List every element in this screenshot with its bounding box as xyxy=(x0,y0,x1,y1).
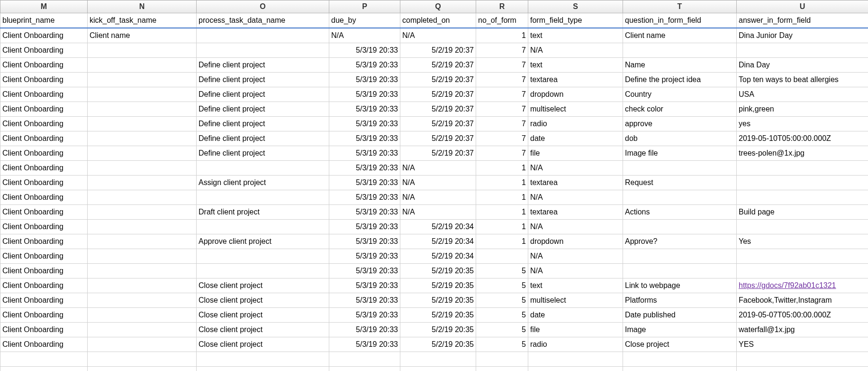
cell-P[interactable]: 5/3/19 20:33 xyxy=(329,73,400,87)
field-header-cell[interactable]: no_of_form xyxy=(476,13,528,28)
cell-T[interactable]: Client name xyxy=(623,28,737,43)
cell-N[interactable] xyxy=(88,131,197,146)
cell-O[interactable]: Define client project xyxy=(197,73,329,87)
table-row[interactable]: Client Onboarding5/3/19 20:335/2/19 20:3… xyxy=(0,264,868,278)
cell-T[interactable]: check color xyxy=(623,102,737,117)
cell-S[interactable]: textarea xyxy=(528,176,623,190)
column-header-T[interactable]: T xyxy=(623,0,737,13)
cell-T[interactable]: Country xyxy=(623,87,737,102)
cell-S[interactable]: dropdown xyxy=(528,234,623,249)
cell-S[interactable]: dropdown xyxy=(528,87,623,102)
cell-P[interactable]: 5/3/19 20:33 xyxy=(329,249,400,264)
cell-M[interactable] xyxy=(0,367,88,371)
cell-R[interactable]: 7 xyxy=(476,43,528,58)
cell-U[interactable]: 2019-05-07T05:00:00.000Z xyxy=(737,308,868,323)
cell-N[interactable] xyxy=(88,234,197,249)
cell-U[interactable] xyxy=(737,352,868,367)
cell-N[interactable] xyxy=(88,43,197,58)
cell-O[interactable]: Assign client project xyxy=(197,176,329,190)
cell-M[interactable]: Client Onboarding xyxy=(0,323,88,337)
cell-S[interactable]: file xyxy=(528,323,623,337)
cell-M[interactable]: Client Onboarding xyxy=(0,161,88,176)
cell-N[interactable] xyxy=(88,58,197,73)
cell-S[interactable]: date xyxy=(528,308,623,323)
cell-U[interactable] xyxy=(737,367,868,371)
cell-S[interactable]: textarea xyxy=(528,73,623,87)
cell-T[interactable]: Image file xyxy=(623,146,737,161)
cell-O[interactable] xyxy=(197,352,329,367)
cell-O[interactable]: Draft client project xyxy=(197,205,329,220)
cell-S[interactable]: radio xyxy=(528,117,623,131)
cell-P[interactable] xyxy=(329,367,400,371)
cell-O[interactable]: Close client project xyxy=(197,323,329,337)
cell-O[interactable] xyxy=(197,161,329,176)
cell-M[interactable]: Client Onboarding xyxy=(0,220,88,234)
cell-P[interactable]: 5/3/19 20:33 xyxy=(329,58,400,73)
cell-U[interactable]: Dina Junior Day xyxy=(737,28,868,43)
cell-Q[interactable] xyxy=(400,352,476,367)
table-row[interactable]: Client OnboardingApprove client project5… xyxy=(0,234,868,249)
cell-N[interactable] xyxy=(88,337,197,352)
cell-S[interactable]: N/A xyxy=(528,264,623,278)
cell-O[interactable]: Close client project xyxy=(197,293,329,308)
cell-P[interactable]: 5/3/19 20:33 xyxy=(329,278,400,293)
cell-R[interactable]: 1 xyxy=(476,234,528,249)
cell-Q[interactable]: 5/2/19 20:35 xyxy=(400,308,476,323)
cell-O[interactable]: Close client project xyxy=(197,278,329,293)
cell-T[interactable] xyxy=(623,352,737,367)
cell-P[interactable]: 5/3/19 20:33 xyxy=(329,323,400,337)
cell-T[interactable]: Define the project idea xyxy=(623,73,737,87)
table-row[interactable]: Client Onboarding5/3/19 20:335/2/19 20:3… xyxy=(0,43,868,58)
cell-R[interactable]: 7 xyxy=(476,146,528,161)
cell-R[interactable] xyxy=(476,367,528,371)
cell-R[interactable] xyxy=(476,249,528,264)
table-row[interactable]: Client OnboardingClose client project5/3… xyxy=(0,337,868,352)
cell-N[interactable] xyxy=(88,367,197,371)
cell-T[interactable]: Link to webpage xyxy=(623,278,737,293)
cell-N[interactable] xyxy=(88,220,197,234)
cell-T[interactable]: dob xyxy=(623,131,737,146)
cell-O[interactable] xyxy=(197,264,329,278)
table-row[interactable]: Client OnboardingAssign client project5/… xyxy=(0,176,868,190)
cell-R[interactable] xyxy=(476,352,528,367)
cell-P[interactable]: 5/3/19 20:33 xyxy=(329,220,400,234)
cell-T[interactable] xyxy=(623,367,737,371)
cell-N[interactable] xyxy=(88,102,197,117)
cell-U[interactable] xyxy=(737,220,868,234)
table-row[interactable] xyxy=(0,367,868,371)
table-row[interactable]: Client OnboardingClose client project5/3… xyxy=(0,323,868,337)
spreadsheet-table[interactable]: MNOPQRSTU blueprint_namekick_off_task_na… xyxy=(0,0,868,371)
field-header-cell[interactable]: due_by xyxy=(329,13,400,28)
field-header-cell[interactable]: question_in_form_field xyxy=(623,13,737,28)
cell-M[interactable]: Client Onboarding xyxy=(0,337,88,352)
cell-R[interactable]: 5 xyxy=(476,308,528,323)
cell-R[interactable]: 5 xyxy=(476,323,528,337)
table-row[interactable]: Client OnboardingDefine client project5/… xyxy=(0,131,868,146)
cell-T[interactable]: Close project xyxy=(623,337,737,352)
cell-M[interactable] xyxy=(0,352,88,367)
cell-R[interactable]: 1 xyxy=(476,190,528,205)
cell-Q[interactable]: 5/2/19 20:37 xyxy=(400,43,476,58)
cell-S[interactable]: textarea xyxy=(528,205,623,220)
table-row[interactable]: Client Onboarding5/3/19 20:335/2/19 20:3… xyxy=(0,220,868,234)
cell-N[interactable] xyxy=(88,161,197,176)
cell-N[interactable] xyxy=(88,352,197,367)
table-row[interactable]: Client OnboardingClient nameN/AN/A1textC… xyxy=(0,28,868,43)
cell-U[interactable]: Dina Day xyxy=(737,58,868,73)
table-row[interactable]: Client OnboardingDefine client project5/… xyxy=(0,117,868,131)
cell-T[interactable]: Request xyxy=(623,176,737,190)
cell-U[interactable]: USA xyxy=(737,87,868,102)
cell-T[interactable]: Name xyxy=(623,58,737,73)
cell-T[interactable]: Image xyxy=(623,323,737,337)
cell-S[interactable] xyxy=(528,367,623,371)
cell-M[interactable]: Client Onboarding xyxy=(0,58,88,73)
cell-R[interactable]: 7 xyxy=(476,73,528,87)
cell-M[interactable]: Client Onboarding xyxy=(0,87,88,102)
cell-M[interactable]: Client Onboarding xyxy=(0,131,88,146)
table-row[interactable]: Client OnboardingDefine client project5/… xyxy=(0,146,868,161)
cell-P[interactable]: 5/3/19 20:33 xyxy=(329,146,400,161)
field-header-cell[interactable]: form_field_type xyxy=(528,13,623,28)
cell-M[interactable]: Client Onboarding xyxy=(0,308,88,323)
cell-N[interactable] xyxy=(88,117,197,131)
cell-U[interactable]: Top ten ways to beat allergies xyxy=(737,73,868,87)
